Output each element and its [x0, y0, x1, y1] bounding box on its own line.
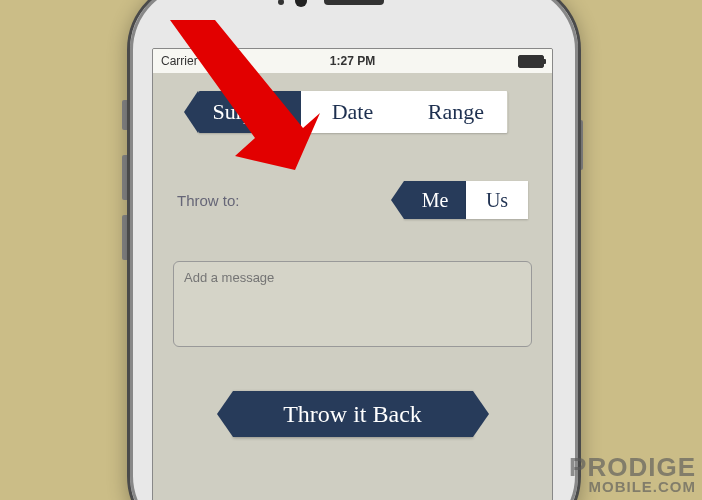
primary-button-label: Throw it Back [283, 401, 422, 428]
segment-label: Me [422, 189, 449, 212]
mode-date[interactable]: Date [301, 91, 404, 133]
throw-segment: Me Us [404, 181, 528, 219]
throw-to-label: Throw to: [177, 192, 240, 209]
battery-icon [518, 55, 544, 68]
throw-me[interactable]: Me [404, 181, 466, 219]
segment-label: Surprise [213, 99, 286, 125]
earpiece-speaker [324, 0, 384, 5]
status-time: 1:27 PM [330, 54, 375, 68]
sensor-icon [278, 0, 284, 5]
segment-label: Us [486, 189, 508, 212]
segment-label: Date [332, 99, 374, 125]
mode-surprise[interactable]: Surprise [198, 91, 301, 133]
watermark: PRODIGE MOBILE.COM [569, 455, 696, 494]
status-bar: Carrier 1:27 PM [153, 49, 552, 73]
front-camera-icon [295, 0, 307, 7]
throw-it-back-button[interactable]: Throw it Back [233, 391, 473, 437]
wifi-icon [202, 56, 216, 67]
screen: Carrier 1:27 PM Surprise Date Range T [152, 48, 553, 500]
carrier-label: Carrier [161, 54, 198, 68]
watermark-line2: MOBILE.COM [569, 480, 696, 494]
watermark-line1: PRODIGE [569, 455, 696, 480]
segment-pointer-icon [391, 181, 404, 219]
phone-frame: Carrier 1:27 PM Surprise Date Range T [127, 0, 581, 500]
segment-label: Range [428, 99, 484, 125]
segment-pointer-icon [184, 91, 198, 133]
message-input[interactable] [173, 261, 532, 347]
mode-segment: Surprise Date Range [198, 91, 508, 133]
mode-range[interactable]: Range [404, 91, 507, 133]
throw-us[interactable]: Us [466, 181, 528, 219]
